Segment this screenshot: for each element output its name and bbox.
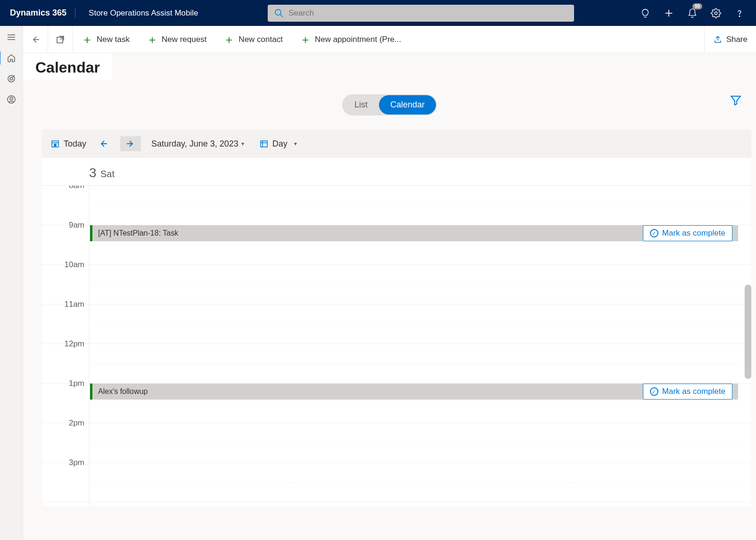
gear-icon[interactable]: [711, 8, 721, 18]
hour-label: 3pm: [51, 458, 84, 467]
hour-label: 10am: [51, 260, 84, 270]
hour-label: 2pm: [51, 418, 84, 428]
new-task-button[interactable]: ＋New task: [73, 26, 138, 53]
share-button[interactable]: Share: [704, 26, 756, 53]
day-abbr: Sat: [100, 169, 115, 179]
hour-row: 10am: [42, 265, 751, 304]
new-appointment-button[interactable]: ＋New appointment (Pre...: [291, 26, 410, 53]
hour-row: 12pm: [42, 344, 751, 384]
person-icon[interactable]: [7, 95, 16, 104]
share-label: Share: [726, 35, 748, 44]
time-grid[interactable]: 8am 9am 10am 11am 12pm 1pm 2pm 3pm [AT] …: [42, 186, 751, 506]
lightbulb-icon[interactable]: [640, 8, 650, 18]
hour-row: 11am: [42, 304, 751, 344]
brand[interactable]: Dynamics 365: [8, 8, 75, 18]
calendar-event[interactable]: [AT] NTestPlan-18: Task ✓ Mark as comple…: [90, 225, 738, 241]
event-title: [AT] NTestPlan-18: Task: [98, 229, 178, 237]
view-switch-row: List Calendar: [23, 80, 756, 115]
plus-icon: ＋: [300, 34, 311, 45]
svg-point-12: [10, 97, 13, 100]
scale-label: Day: [272, 139, 288, 149]
calendar-view-tab[interactable]: Calendar: [379, 95, 436, 115]
add-icon[interactable]: [664, 8, 674, 18]
check-circle-icon: ✓: [650, 229, 658, 237]
scale-selector[interactable]: Day ▾: [259, 139, 297, 149]
chevron-down-icon: ▾: [241, 140, 244, 147]
plus-icon: ＋: [223, 34, 235, 45]
prev-day-button[interactable]: [93, 136, 114, 151]
svg-rect-16: [54, 144, 56, 146]
view-toggle: List Calendar: [342, 94, 437, 115]
mark-complete-label: Mark as complete: [662, 387, 725, 396]
hour-row: 2pm: [42, 423, 751, 463]
today-label: Today: [64, 139, 86, 149]
mark-complete-label: Mark as complete: [662, 229, 725, 238]
new-contact-label: New contact: [238, 35, 283, 44]
top-icons: 99: [640, 8, 748, 18]
page-title: Calendar: [23, 53, 112, 80]
top-bar: Dynamics 365 Store Operations Assist Mob…: [0, 0, 756, 26]
hour-label: 12pm: [51, 339, 84, 349]
calendar-grid: 3 Sat 8am 9am 10am 11am 12pm 1pm 2pm 3pm…: [42, 158, 751, 506]
search-wrap: [268, 5, 574, 22]
open-new-icon[interactable]: [48, 26, 73, 53]
day-number: 3: [89, 165, 97, 180]
current-date[interactable]: Saturday, June 3, 2023 ▾: [151, 139, 244, 149]
hour-label: 11am: [51, 300, 84, 309]
bell-icon[interactable]: 99: [687, 8, 698, 18]
calendar-toolbar: Today Saturday, June 3, 2023 ▾ Day ▾: [42, 130, 751, 158]
hamburger-icon[interactable]: [7, 33, 16, 42]
target-icon[interactable]: [7, 74, 16, 83]
home-icon[interactable]: [7, 53, 16, 63]
search-icon: [274, 8, 284, 18]
svg-point-10: [10, 77, 13, 80]
hour-label: 8am: [51, 186, 84, 190]
svg-point-4: [715, 12, 717, 15]
notification-badge: 99: [692, 3, 702, 9]
hour-label: 9am: [51, 221, 84, 230]
hour-row: 3pm: [42, 463, 751, 502]
chevron-down-icon: ▾: [294, 140, 297, 147]
new-task-label: New task: [97, 35, 130, 44]
scrollbar-thumb[interactable]: [745, 285, 751, 379]
today-button[interactable]: Today: [50, 139, 86, 149]
hour-row: 8am: [42, 186, 751, 225]
new-request-label: New request: [162, 35, 206, 44]
calendar-event[interactable]: Alex's followup ✓ Mark as complete: [90, 384, 738, 400]
svg-rect-17: [261, 141, 267, 147]
next-day-button[interactable]: [120, 136, 141, 151]
main-area: Calendar List Calendar Today Saturday, J…: [23, 53, 756, 540]
day-header: 3 Sat: [42, 158, 751, 186]
back-button[interactable]: [23, 26, 48, 53]
filter-icon[interactable]: [730, 94, 742, 106]
event-title: Alex's followup: [98, 387, 148, 396]
new-contact-button[interactable]: ＋New contact: [215, 26, 291, 53]
help-icon[interactable]: [734, 8, 745, 18]
svg-point-0: [275, 9, 281, 15]
current-date-label: Saturday, June 3, 2023: [151, 139, 238, 149]
mark-complete-button[interactable]: ✓ Mark as complete: [643, 225, 732, 241]
left-nav: [0, 26, 23, 540]
command-bar: ＋New task ＋New request ＋New contact ＋New…: [23, 26, 756, 53]
svg-point-5: [739, 16, 740, 16]
mark-complete-button[interactable]: ✓ Mark as complete: [643, 384, 732, 400]
list-view-tab[interactable]: List: [343, 95, 379, 115]
plus-icon: ＋: [147, 34, 158, 45]
search-input[interactable]: [268, 5, 574, 22]
new-appointment-label: New appointment (Pre...: [315, 35, 401, 44]
hour-label: 1pm: [51, 379, 84, 388]
app-name[interactable]: Store Operations Assist Mobile: [75, 8, 211, 18]
plus-icon: ＋: [82, 34, 93, 45]
new-request-button[interactable]: ＋New request: [138, 26, 215, 53]
svg-line-1: [280, 15, 283, 17]
check-circle-icon: ✓: [650, 387, 658, 396]
